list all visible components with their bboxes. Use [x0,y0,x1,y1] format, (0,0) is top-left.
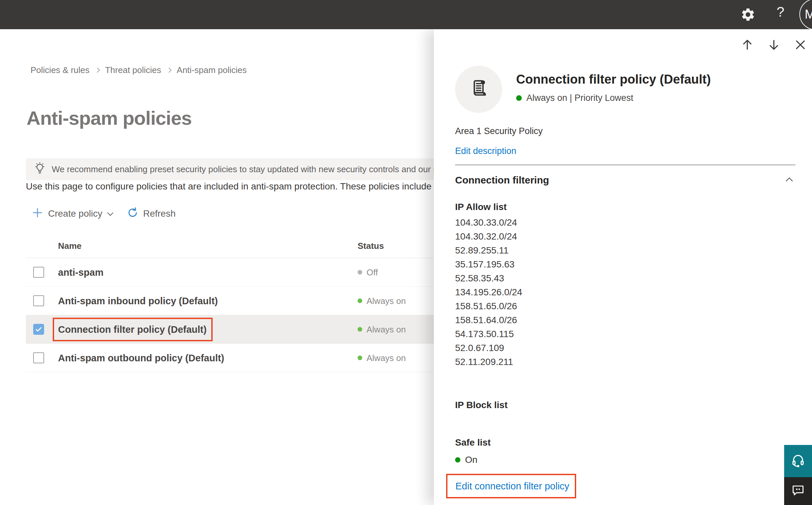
ip-allow-item: 52.11.209.211 [455,355,522,369]
status-cell: Always on [358,353,406,363]
status-dot-icon [455,457,460,463]
edit-connection-filter-policy-link[interactable]: Edit connection filter policy [455,481,569,492]
panel-status-text: Always on | Priority Lowest [527,93,633,103]
status-label: Always on [367,296,406,306]
banner-text: We recommend enabling preset security po… [52,164,469,175]
ip-allow-item: 52.58.35.43 [455,272,522,285]
ip-allow-item: 158.51.64.0/26 [455,313,522,327]
row-checkbox[interactable] [33,267,44,278]
policy-details-flyout: Connection filter policy (Default) Alway… [434,29,812,505]
account-avatar[interactable]: M [799,0,812,30]
breadcrumb-policies-rules[interactable]: Policies & rules [30,65,89,75]
app-window: ? M Policies & rules Threat policies Ant… [0,0,812,505]
row-checkbox[interactable] [33,352,44,363]
breadcrumb: Policies & rules Threat policies Anti-sp… [30,65,247,75]
chevron-up-icon[interactable] [786,177,793,184]
feedback-chat-icon [791,483,805,499]
policy-name: Anti-spam inbound policy (Default) [58,295,218,306]
status-label: Always on [367,353,406,363]
edit-description-link[interactable]: Edit description [455,146,517,156]
edit-policy-highlight-box: Edit connection filter policy [446,474,576,498]
safe-list-heading: Safe list [455,437,490,448]
policy-avatar-circle [455,66,502,113]
ip-allow-list-heading: IP Allow list [455,202,507,212]
toolbar: Create policy Refresh [31,205,176,222]
row-checkbox[interactable] [33,324,44,335]
column-header-name[interactable]: Name [58,241,81,251]
policy-name: anti-spam [58,267,104,278]
status-dot-icon [358,299,362,303]
policy-table: Name Status anti-spamOffAnti-spam inboun… [26,232,434,372]
ip-allow-item: 52.89.255.11 [455,243,522,258]
row-checkbox[interactable] [33,295,44,306]
panel-status-line: Always on | Priority Lowest [516,93,633,103]
status-dot-icon [358,356,362,360]
refresh-button[interactable]: Refresh [143,208,176,219]
table-row[interactable]: Anti-spam outbound policy (Default)Alway… [26,344,434,372]
table-row[interactable]: Anti-spam inbound policy (Default)Always… [26,287,434,315]
ip-allow-item: 52.0.67.109 [455,341,522,355]
panel-title: Connection filter policy (Default) [516,72,711,87]
close-icon[interactable] [793,37,808,52]
refresh-icon[interactable] [127,207,138,221]
status-dot-icon [358,327,362,332]
ip-allow-item: 134.195.26.0/24 [455,285,522,299]
safe-list-status: On [455,455,477,465]
status-dot-icon [516,95,522,101]
ip-allow-item: 104.30.32.0/24 [455,229,522,243]
section-connection-filtering: Connection filtering [455,175,549,186]
table-row[interactable]: Connection filter policy (Default)Always… [26,315,434,344]
ip-allow-item: 54.173.50.115 [455,327,522,341]
ip-block-list-heading: IP Block list [455,400,508,410]
chevron-down-icon[interactable] [108,210,114,216]
table-header-row: Name Status [26,232,434,258]
table-row[interactable]: anti-spamOff [26,258,434,287]
ip-allow-item: 158.51.65.0/26 [455,299,522,313]
help-question-icon[interactable]: ? [773,4,788,24]
next-item-arrow-down-icon[interactable] [766,37,782,52]
add-plus-icon[interactable] [31,207,43,221]
chevron-right-icon [94,68,100,73]
divider [455,165,795,165]
status-label: Always on [367,324,406,334]
table-body: anti-spamOffAnti-spam inbound policy (De… [26,258,434,372]
breadcrumb-anti-spam-policies[interactable]: Anti-spam policies [177,65,247,75]
policy-name: Connection filter policy (Default) [53,318,213,341]
lightbulb-icon [33,162,46,177]
breadcrumb-threat-policies[interactable]: Threat policies [105,65,161,75]
status-cell: Always on [358,324,406,334]
status-cell: Off [358,267,378,278]
ip-allow-list: 104.30.33.0/24104.30.32.0/2452.89.255.11… [455,216,522,369]
status-cell: Always on [358,296,406,306]
create-policy-button[interactable]: Create policy [48,208,102,219]
policy-name: Anti-spam outbound policy (Default) [58,352,224,363]
ip-allow-item: 104.30.33.0/24 [455,216,522,229]
page-title: Anti-spam policies [26,107,192,129]
safe-list-status-text: On [465,455,477,465]
ip-allow-item: 35.157.195.63 [455,258,522,272]
top-bar: ? M [0,0,812,29]
status-dot-icon [358,270,362,275]
policy-scroll-icon [468,77,489,101]
status-label: Off [367,267,378,278]
support-headset-button[interactable] [784,445,812,477]
chevron-right-icon [167,68,172,73]
column-header-status[interactable]: Status [358,241,384,251]
previous-item-arrow-up-icon[interactable] [740,37,755,52]
headset-icon [790,453,806,470]
settings-gear-icon[interactable] [740,7,756,22]
policy-description: Area 1 Security Policy [455,126,543,136]
feedback-button[interactable] [784,477,812,505]
